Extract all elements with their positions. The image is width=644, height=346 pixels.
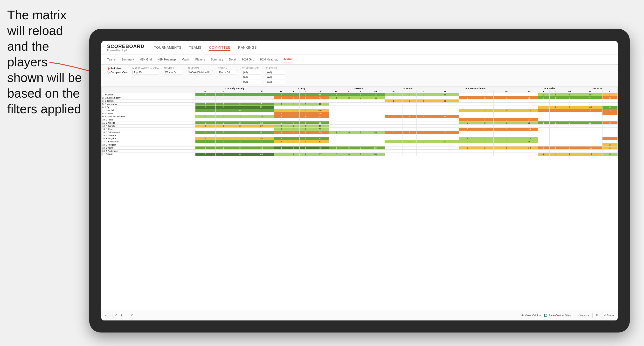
- cell-7-14: 0: [417, 115, 431, 118]
- cell-2-12: 1: [384, 100, 402, 103]
- player-name-18: 20. E Andersson: [102, 150, 196, 153]
- nav-rankings[interactable]: RANKINGS: [238, 45, 257, 51]
- cell-11-3: [248, 128, 274, 131]
- timer-btn[interactable]: ⊙: [131, 314, 133, 317]
- subnav-summary[interactable]: Summary: [121, 57, 134, 62]
- gender-select[interactable]: Women's: [164, 70, 184, 74]
- view-options: Full View Compact View: [107, 67, 128, 74]
- cell-9-13: [402, 121, 416, 125]
- radio-compact-view[interactable]: Compact View: [107, 71, 128, 74]
- cell-17-19: -10: [520, 147, 538, 150]
- subnav-h2h-grid[interactable]: H2H Grid: [140, 57, 152, 62]
- cell-6-21: [550, 112, 561, 115]
- cell-15-1: 1: [216, 140, 232, 143]
- max-players-select[interactable]: Top 25: [132, 70, 159, 74]
- cell-6-19: [520, 112, 538, 115]
- cell-13-13: [402, 134, 416, 137]
- subnav-players[interactable]: Players: [195, 57, 205, 62]
- cell-12-15: 18: [431, 131, 459, 134]
- subnav-h2h-heatmap[interactable]: H2H Heatmap: [158, 57, 176, 62]
- cell-19-22: 1: [561, 153, 578, 156]
- subnav-detail[interactable]: Detail: [229, 57, 236, 62]
- cell-9-22: 2: [561, 121, 578, 125]
- cell-12-0: 0: [195, 131, 216, 134]
- cell-15-19: 48: [520, 140, 538, 143]
- cell-7-23: [578, 115, 602, 118]
- cell-13-10: [355, 134, 366, 137]
- toolbar-sep-1: [574, 313, 574, 318]
- radio-full-view[interactable]: Full View: [107, 67, 128, 70]
- cell-18-24: [602, 150, 618, 153]
- zoom-btn[interactable]: ⊕: [120, 314, 122, 317]
- cell-14-23: [578, 137, 602, 140]
- cell-7-7: 29: [311, 115, 329, 118]
- refresh-btn[interactable]: ⟳: [115, 314, 118, 317]
- conference-select-1[interactable]: (All): [242, 70, 261, 74]
- nav-committee[interactable]: COMMITTEE: [209, 45, 231, 51]
- layout-btn[interactable]: ⊞: [596, 314, 598, 317]
- watch-btn[interactable]: ○ Watch ▾: [577, 314, 589, 317]
- subnav-teams[interactable]: Teams: [107, 57, 116, 62]
- players-select-2[interactable]: (All): [266, 75, 285, 79]
- conference-select-2[interactable]: (All): [242, 75, 261, 79]
- cell-10-8: [329, 125, 343, 128]
- cell-19-6: 0: [300, 153, 311, 156]
- subnav-matrix2[interactable]: Matrix: [284, 57, 293, 62]
- redo-btn[interactable]: ↪: [110, 314, 112, 317]
- cell-5-5: 3: [288, 109, 300, 112]
- cell-13-8: [329, 134, 343, 137]
- cell-11-17: 1: [476, 128, 494, 131]
- cell-12-20: [538, 131, 550, 134]
- players-select-3[interactable]: (All): [266, 80, 285, 84]
- share-btn[interactable]: ↗ Share: [604, 314, 614, 317]
- cell-8-24: [602, 118, 618, 121]
- player-name-15: 17. D Ballesteros: [102, 140, 196, 143]
- cell-12-9: 3: [343, 131, 355, 134]
- cell-18-20: [538, 150, 550, 153]
- save-custom-btn[interactable]: 💾 Save Custom View: [544, 314, 571, 317]
- cell-14-9: [343, 137, 355, 140]
- subnav-h2h-heatmap2[interactable]: H2H Heatmap: [260, 57, 278, 62]
- cell-12-16: [459, 131, 476, 134]
- cell-1-8: 2: [329, 96, 343, 100]
- subnav-h2h-grid2[interactable]: H2H Grid: [242, 57, 254, 62]
- nav-tournaments[interactable]: TOURNAMENTS: [154, 45, 181, 51]
- cell-17-0: 2: [195, 147, 216, 150]
- cell-16-15: [431, 143, 459, 147]
- compact-view-label: Compact View: [110, 71, 128, 74]
- cell-12-13: 1: [402, 131, 416, 134]
- main-content[interactable]: 2. M Kelly Mulcahy 6. A Dy 11. G Woods 2…: [101, 87, 618, 310]
- cell-7-21: [550, 115, 561, 118]
- cell-0-17: [476, 93, 494, 96]
- h-l2: L: [288, 90, 300, 93]
- cell-18-4: [274, 150, 288, 153]
- cell-11-4: 0: [274, 128, 288, 131]
- cell-18-10: [355, 150, 366, 153]
- conference-select-3[interactable]: (All): [242, 80, 261, 84]
- nav-teams[interactable]: TEAMS: [189, 45, 202, 51]
- cell-17-14: [417, 147, 431, 150]
- cell-5-1: 3: [216, 109, 232, 112]
- filter-region: Region East - DII: [218, 67, 237, 74]
- players-select-1[interactable]: (All): [266, 70, 285, 74]
- cell-19-12: [384, 153, 402, 156]
- minus-btn[interactable]: —: [126, 314, 128, 317]
- division-select[interactable]: NCAA Division II: [188, 70, 213, 74]
- cell-14-21: [550, 137, 561, 140]
- region-select[interactable]: East - DII: [218, 70, 237, 74]
- cell-5-14: [417, 109, 431, 112]
- cell-5-24: 3: [602, 109, 618, 112]
- cell-11-16: 3: [459, 128, 476, 131]
- cell-16-17: [476, 143, 494, 147]
- cell-14-18: 3: [494, 137, 520, 140]
- view-original-btn[interactable]: 👁 View: Original: [522, 314, 542, 317]
- cell-12-14: 1: [417, 131, 431, 134]
- cell-15-3: -47: [248, 140, 274, 143]
- cell-4-23: -46: [578, 106, 602, 109]
- cell-7-9: [343, 115, 355, 118]
- cell-0-20: 2: [538, 93, 550, 96]
- subnav-matrix[interactable]: Matrix: [182, 57, 190, 62]
- cell-13-3: [248, 134, 274, 137]
- subnav-summary2[interactable]: Summary: [211, 57, 223, 62]
- undo-btn[interactable]: ↩: [105, 314, 107, 317]
